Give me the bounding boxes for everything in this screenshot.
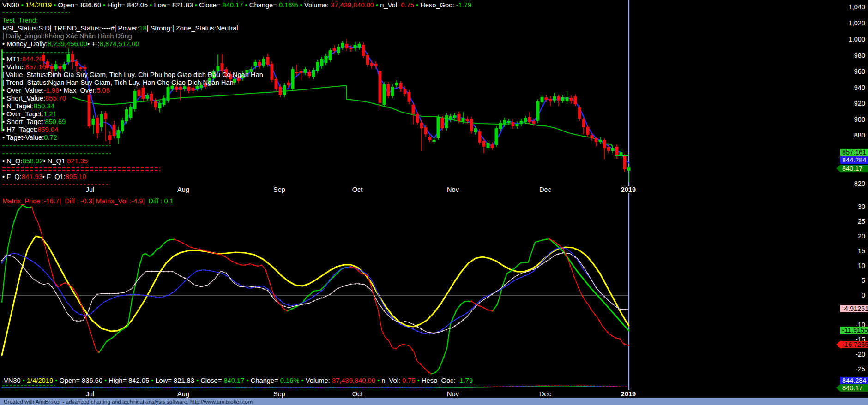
svg-text:900: 900 (854, 116, 865, 123)
svg-text:Aug: Aug (177, 390, 189, 398)
svg-text:-4.91261: -4.91261 (842, 305, 868, 312)
svg-text:Jul: Jul (86, 186, 95, 193)
svg-text:Test_Trend:: Test_Trend: (2, 17, 38, 24)
svg-text:• Over_Value:-1.98• Max_Over:5: • Over_Value:-1.98• Max_Over:5.06 (2, 87, 110, 94)
svg-text:| Trend_Status:Ngan Han Suy Gi: | Trend_Status:Ngan Han Suy Giam, Tich L… (2, 79, 234, 86)
svg-text:844.284: 844.284 (842, 156, 866, 164)
svg-text:·VN30 • 1/4/2019 • Open= 836.6: ·VN30 • 1/4/2019 • Open= 836.60 • High= … (1, 377, 473, 384)
svg-text:20: 20 (858, 232, 865, 240)
svg-text:• H7_Taget:859.04: • H7_Taget:859.04 (2, 126, 58, 133)
svg-text:857.161: 857.161 (842, 149, 866, 156)
svg-text:• Money_Daily:8,239,456.00• +-: • Money_Daily:8,239,456.00• +-:8,874,512… (2, 40, 139, 48)
svg-text:980: 980 (854, 52, 865, 59)
svg-text:Dec: Dec (539, 390, 551, 398)
svg-text:Dec: Dec (539, 186, 551, 193)
svg-text:Aug: Aug (177, 186, 189, 193)
svg-text:• MT1:844.28: • MT1:844.28 (2, 55, 43, 63)
svg-text:844.284: 844.284 (842, 377, 866, 384)
svg-text:• Value:857.16: • Value:857.16 (2, 63, 46, 71)
svg-text:1,000: 1,000 (849, 36, 865, 43)
svg-text:820: 820 (854, 180, 865, 187)
svg-text:VN30 • 1/4/2019 • Open= 836.60: VN30 • 1/4/2019 • Open= 836.60 • High= 8… (2, 1, 471, 9)
svg-text:880: 880 (854, 131, 865, 139)
svg-text:Nov: Nov (447, 390, 459, 398)
svg-text:• Short_Taget:850.69: • Short_Taget:850.69 (2, 118, 66, 125)
svg-text:• N_Taget:850.34: • N_Taget:850.34 (2, 102, 54, 110)
svg-text:• F_Q:841.93• F_Q1:805.10: • F_Q:841.93• F_Q1:805.10 (2, 173, 86, 180)
svg-text:960: 960 (854, 68, 865, 75)
svg-text:-20: -20 (856, 351, 865, 358)
svg-text:Sep: Sep (273, 186, 285, 193)
svg-text:1,040: 1,040 (849, 3, 865, 11)
svg-text:Sep: Sep (273, 390, 285, 398)
svg-text:Oct: Oct (352, 186, 363, 193)
svg-text:2019: 2019 (621, 390, 636, 398)
svg-text:• Over_Taget:1.21: • Over_Taget:1.21 (2, 110, 57, 118)
svg-text:840.17: 840.17 (842, 165, 862, 172)
svg-text:5: 5 (862, 277, 865, 284)
svg-text:• Taget-Value:0.72: • Taget-Value:0.72 (2, 134, 57, 141)
svg-text:920: 920 (854, 100, 865, 107)
svg-text:25: 25 (858, 218, 865, 225)
svg-text:10: 10 (858, 262, 865, 269)
svg-text:RSI_Status:S:D| TREND_Status:-: RSI_Status:S:D| TREND_Status:----#| Powe… (2, 24, 238, 32)
svg-text:| Value_Status:Đinh Gia Suy Gi: | Value_Status:Đinh Gia Suy Giam, Tich L… (2, 71, 263, 78)
svg-text:30: 30 (858, 203, 865, 210)
svg-text:| Daily_singal:Không Xác Nhân: | Daily_singal:Không Xác Nhân Hành Đông (2, 32, 132, 40)
svg-text:Oct: Oct (352, 390, 363, 398)
svg-text:Matrix_Price :-16.7| Diff : -: Matrix_Price :-16.7| Diff : -0.3| Matrix… (2, 197, 174, 205)
svg-text:1,020: 1,020 (849, 19, 865, 27)
svg-text:940: 940 (854, 84, 865, 91)
svg-text:2019: 2019 (621, 186, 636, 193)
svg-text:-25: -25 (856, 365, 865, 373)
svg-text:Jul: Jul (86, 390, 95, 398)
svg-text:Created with AmiBroker - advan: Created with AmiBroker - advanced charti… (4, 399, 253, 405)
svg-text:15: 15 (858, 247, 865, 255)
svg-text:-11.9155: -11.9155 (842, 327, 868, 334)
svg-text:Nov: Nov (447, 186, 459, 193)
svg-text:840.17: 840.17 (842, 384, 862, 392)
svg-text:0: 0 (862, 292, 865, 299)
svg-text:• Short_Value:855.70: • Short_Value:855.70 (2, 95, 66, 102)
svg-text:-16.7255: -16.7255 (842, 341, 868, 348)
svg-text:• N_Q:858.92• N_Q1:821.35: • N_Q:858.92• N_Q1:821.35 (2, 157, 88, 165)
